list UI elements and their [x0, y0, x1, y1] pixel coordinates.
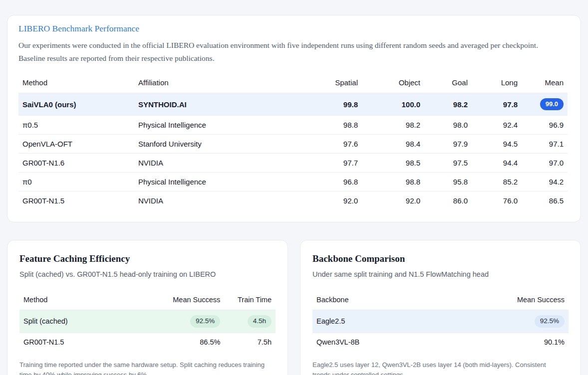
spatial-cell: 98.8: [303, 116, 362, 135]
table-row-saivla0-ours: SaiVLA0 (ours) SYNTHOID.AI 99.8 100.0 98…: [18, 93, 568, 116]
backbone-cell: Eagle2.5: [312, 310, 466, 333]
mean-success-cell: 90.1%: [466, 333, 569, 351]
spatial-cell: 97.6: [303, 135, 362, 154]
caching-card-title: Feature Caching Efficiency: [19, 253, 276, 264]
long-cell: 85.2: [472, 173, 522, 191]
method-cell: OpenVLA-OFT: [18, 135, 134, 154]
backbone-footnote: Eagle2.5 uses layer 12, Qwen3VL-2B uses …: [312, 360, 562, 375]
column-header-long: Long: [472, 74, 522, 93]
affiliation-cell: NVIDIA: [134, 154, 303, 173]
mean-cell: 96.9: [522, 116, 568, 135]
affiliation-cell: SYNTHOID.AI: [134, 93, 303, 116]
column-header-mean-success: Mean Success: [153, 291, 225, 310]
table-row-gr00t-n16: GR00T-N1.6 NVIDIA 97.7 98.5 97.5 94.4 97…: [18, 154, 568, 173]
long-cell: 94.5: [472, 135, 522, 154]
mean-success-cell: 86.5%: [153, 333, 225, 351]
column-header-affiliation: Affiliation: [134, 74, 303, 93]
method-cell: GR00T-N1.6: [18, 154, 134, 173]
object-cell: 98.4: [362, 135, 424, 154]
method-cell: SaiVLA0 (ours): [18, 93, 134, 116]
mean-cell: 97.0: [522, 154, 568, 173]
libero-results-table: Method Affiliation Spatial Object Goal L…: [18, 74, 568, 210]
table-row-gr00t-n15: GR00T-N1.5 NVIDIA 92.0 92.0 86.0 76.0 86…: [18, 191, 568, 210]
goal-cell: 97.5: [424, 154, 472, 173]
train-time-badge: 4.5h: [248, 315, 272, 328]
object-cell: 100.0: [362, 93, 424, 116]
mean-cell: 86.5: [522, 191, 568, 210]
long-cell: 94.4: [472, 154, 522, 173]
table-row-qwen3vl-8b: Qwen3VL-8B 90.1%: [312, 333, 569, 351]
column-header-mean-success: Mean Success: [466, 291, 569, 310]
backbone-table: Backbone Mean Success Eagle2.5 92.5% Qwe…: [312, 291, 569, 351]
goal-cell: 98.2: [424, 93, 472, 116]
object-cell: 98.5: [362, 154, 424, 173]
libero-benchmark-card: LIBERO Benchmark Performance Our experim…: [7, 15, 581, 222]
affiliation-cell: Physical Intelligence: [134, 116, 303, 135]
goal-cell: 95.8: [424, 173, 472, 191]
mean-success-badge: 92.5%: [535, 315, 565, 328]
libero-table-header-row: Method Affiliation Spatial Object Goal L…: [18, 74, 568, 93]
mean-success-cell: 92.5%: [466, 310, 569, 333]
object-cell: 98.2: [362, 116, 424, 135]
mean-cell: 94.2: [522, 173, 568, 191]
column-header-method: Method: [18, 74, 134, 93]
feature-caching-card: Feature Caching Efficiency Split (cached…: [7, 240, 288, 375]
column-header-method: Method: [19, 291, 153, 310]
table-row-split-cached: Split (cached) 92.5% 4.5h: [19, 310, 276, 333]
spatial-cell: 96.8: [303, 173, 362, 191]
column-header-goal: Goal: [424, 74, 472, 93]
goal-cell: 97.9: [424, 135, 472, 154]
backbone-card-title: Backbone Comparison: [312, 253, 569, 264]
mean-cell: 99.0: [522, 93, 568, 116]
table-row-pi05: π0.5 Physical Intelligence 98.8 98.2 98.…: [18, 116, 568, 135]
table-row-pi0: π0 Physical Intelligence 96.8 98.8 95.8 …: [18, 173, 568, 191]
backbone-comparison-card: Backbone Comparison Under same split tra…: [300, 240, 581, 375]
bottom-cards-row: Feature Caching Efficiency Split (cached…: [7, 240, 581, 375]
page: LIBERO Benchmark Performance Our experim…: [0, 0, 588, 375]
table-row-openvla-oft: OpenVLA-OFT Stanford University 97.6 98.…: [18, 135, 568, 154]
backbone-cell: Qwen3VL-8B: [312, 333, 466, 351]
mean-cell: 97.1: [522, 135, 568, 154]
affiliation-cell: Physical Intelligence: [134, 173, 303, 191]
long-cell: 76.0: [472, 191, 522, 210]
spatial-cell: 97.7: [303, 154, 362, 173]
mean-success-cell: 92.5%: [153, 310, 225, 333]
column-header-backbone: Backbone: [312, 291, 466, 310]
goal-cell: 98.0: [424, 116, 472, 135]
method-cell: GR00T-N1.5: [18, 191, 134, 210]
table-row-eagle25: Eagle2.5 92.5%: [312, 310, 569, 333]
affiliation-cell: Stanford University: [134, 135, 303, 154]
caching-card-subtitle: Split (cached) vs. GR00T-N1.5 head-only …: [19, 270, 276, 278]
method-cell: π0.5: [18, 116, 134, 135]
backbone-table-header-row: Backbone Mean Success: [312, 291, 569, 310]
train-time-cell: 4.5h: [224, 310, 276, 333]
caching-table: Method Mean Success Train Time Split (ca…: [19, 291, 276, 351]
column-header-spatial: Spatial: [303, 74, 362, 93]
method-cell: π0: [18, 173, 134, 191]
backbone-card-subtitle: Under same split training and N1.5 FlowM…: [312, 270, 569, 278]
column-header-train-time: Train Time: [224, 291, 276, 310]
column-header-mean: Mean: [522, 74, 568, 93]
long-cell: 92.4: [472, 116, 522, 135]
object-cell: 92.0: [362, 191, 424, 210]
caching-footnote: Training time reported under the same ha…: [19, 360, 269, 375]
libero-card-description: Our experiments were conducted in the of…: [18, 39, 548, 65]
table-row-gr00t-n15: GR00T-N1.5 86.5% 7.5h: [19, 333, 276, 351]
object-cell: 98.8: [362, 173, 424, 191]
caching-table-header-row: Method Mean Success Train Time: [19, 291, 276, 310]
affiliation-cell: NVIDIA: [134, 191, 303, 210]
spatial-cell: 92.0: [303, 191, 362, 210]
mean-score-badge: 99.0: [540, 98, 564, 110]
method-cell: GR00T-N1.5: [19, 333, 153, 351]
spatial-cell: 99.8: [303, 93, 362, 116]
goal-cell: 86.0: [424, 191, 472, 210]
libero-card-title: LIBERO Benchmark Performance: [18, 23, 568, 34]
train-time-cell: 7.5h: [224, 333, 276, 351]
method-cell: Split (cached): [19, 310, 153, 333]
mean-success-badge: 92.5%: [190, 315, 220, 328]
long-cell: 97.8: [472, 93, 522, 116]
column-header-object: Object: [362, 74, 424, 93]
